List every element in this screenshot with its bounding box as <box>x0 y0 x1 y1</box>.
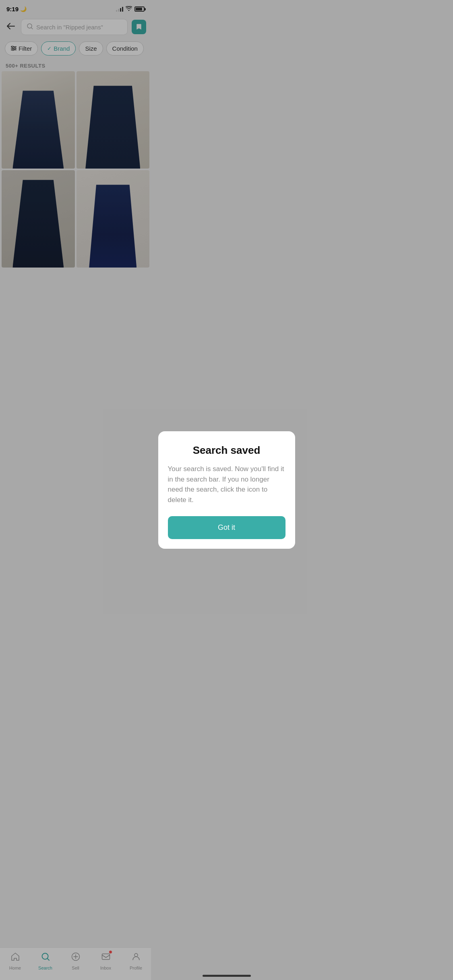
modal-overlay: Search saved Your search is saved. Now y… <box>0 0 151 327</box>
